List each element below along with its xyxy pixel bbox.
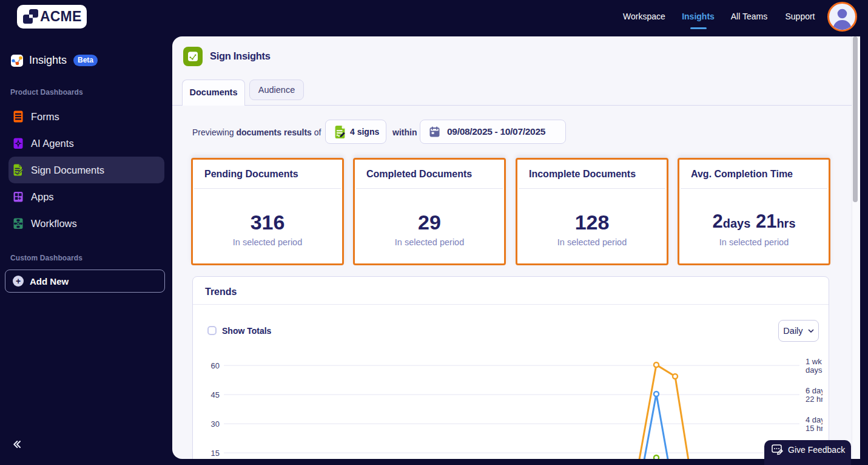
svg-text:30: 30 (211, 419, 220, 429)
svg-text:15: 15 (211, 449, 220, 458)
svg-text:45: 45 (211, 390, 220, 399)
svg-text:6 days: 6 days (806, 386, 829, 395)
svg-text:1 wk 2: 1 wk 2 (806, 357, 829, 366)
svg-text:4 days: 4 days (806, 415, 829, 424)
svg-text:days: days (806, 365, 823, 375)
svg-text:60: 60 (211, 361, 220, 370)
svg-text:15 hrs: 15 hrs (806, 424, 828, 433)
svg-text:22 hrs: 22 hrs (806, 395, 828, 404)
